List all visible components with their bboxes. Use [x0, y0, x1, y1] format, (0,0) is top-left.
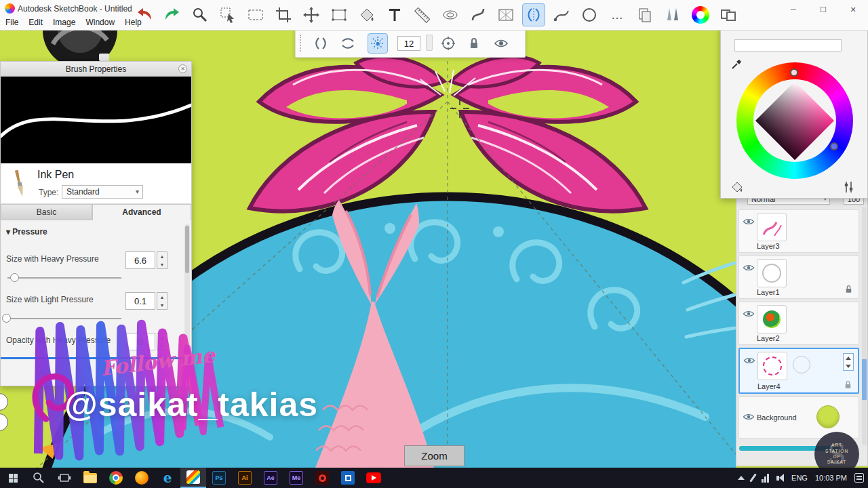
layer-row-layer2[interactable]: Layer2: [738, 302, 859, 345]
rotation-dial-icon[interactable]: [438, 33, 458, 54]
ellipse-guide-icon[interactable]: [439, 3, 462, 26]
menu-file[interactable]: File: [5, 18, 18, 27]
workspace-toggle-icon[interactable]: [717, 3, 740, 26]
fill-bucket-icon[interactable]: [355, 3, 378, 26]
menu-window[interactable]: Window: [85, 18, 115, 27]
chrome-icon[interactable]: [103, 468, 129, 488]
french-curve-icon[interactable]: [467, 3, 490, 26]
after-effects-icon[interactable]: Ae: [258, 468, 283, 488]
size-heavy-stepper[interactable]: ▲▼: [157, 251, 167, 269]
layer-lock-icon[interactable]: [844, 380, 852, 390]
tab-advanced[interactable]: Advanced: [92, 204, 191, 220]
eye-icon[interactable]: [743, 217, 755, 226]
background-color-swatch[interactable]: [816, 405, 840, 428]
brush-type-dropdown[interactable]: Standard ▾: [62, 185, 143, 199]
lock-icon[interactable]: [464, 33, 484, 54]
media-encoder-icon[interactable]: Me: [283, 468, 309, 488]
size-heavy-slider-knob[interactable]: [10, 273, 19, 282]
color-wheel[interactable]: [736, 62, 853, 179]
layer-reorder-handle[interactable]: [843, 353, 854, 371]
tray-pen-icon[interactable]: [749, 473, 756, 482]
copy-paste-icon[interactable]: [633, 3, 656, 26]
zoom-tool-icon[interactable]: [189, 3, 212, 26]
illustrator-icon[interactable]: Ai: [232, 468, 258, 488]
close-icon[interactable]: ✕: [178, 64, 187, 73]
layer-row-layer3[interactable]: Layer3: [738, 209, 859, 253]
tray-network-icon[interactable]: [762, 474, 769, 483]
select-tool-icon[interactable]: [216, 3, 239, 26]
zoom-button[interactable]: Zoom: [404, 445, 465, 466]
layer-row-layer4-selected[interactable]: Layer4: [738, 348, 859, 394]
color-hex-input[interactable]: [734, 39, 842, 52]
eye-icon[interactable]: [743, 309, 755, 319]
size-heavy-slider[interactable]: [7, 277, 121, 279]
paint-bucket-icon[interactable]: [730, 180, 744, 194]
minimize-button[interactable]: ─: [778, 0, 808, 19]
clock[interactable]: 10:03 PM: [815, 474, 847, 482]
transform-icon[interactable]: [300, 3, 323, 26]
marquee-select-icon[interactable]: [244, 3, 267, 26]
edge-icon[interactable]: e: [155, 468, 180, 488]
menu-edit[interactable]: Edit: [28, 18, 43, 27]
visibility-eye-icon[interactable]: [491, 33, 511, 54]
acrobat-icon[interactable]: [309, 468, 335, 488]
symmetry-x-icon[interactable]: [311, 33, 331, 54]
ruler-icon[interactable]: [411, 3, 434, 26]
layers-scrollbar[interactable]: [862, 207, 867, 445]
eye-icon[interactable]: [743, 412, 755, 422]
eyedropper-icon[interactable]: [730, 58, 743, 70]
distort-icon[interactable]: [328, 3, 351, 26]
symmetry-y-icon[interactable]: [338, 33, 358, 54]
language-indicator[interactable]: ENG: [791, 474, 808, 482]
close-button[interactable]: ✕: [838, 0, 868, 19]
brush-type-label: Type:: [39, 188, 58, 197]
brush-stroke-preview: [1, 77, 191, 163]
layer-lock-icon[interactable]: [844, 284, 853, 294]
taskbar-search-icon[interactable]: [26, 468, 52, 488]
symmetry-tool-icon[interactable]: [522, 3, 545, 26]
redo-icon[interactable]: [161, 3, 184, 26]
file-explorer-icon[interactable]: [77, 468, 103, 488]
size-heavy-value[interactable]: 6.6: [125, 251, 155, 269]
brush-panel-header[interactable]: Brush Properties ✕: [1, 62, 191, 77]
more-tools-icon[interactable]: …: [606, 3, 629, 26]
notification-center-icon[interactable]: [854, 473, 864, 483]
toolbar-grip[interactable]: [300, 35, 304, 52]
blue-app-icon[interactable]: [335, 468, 361, 488]
undo-icon[interactable]: [133, 3, 156, 26]
windows-taskbar: e Ps Ai Ae Me ENG 10:03 PM: [0, 468, 868, 488]
circle-tool-icon[interactable]: [578, 3, 601, 26]
maximize-button[interactable]: ☐: [808, 0, 838, 19]
title-bar: Autodesk SketchBook - Untitled File Edit…: [0, 0, 868, 30]
task-view-icon[interactable]: [52, 468, 77, 488]
sketchbook-taskbar-icon[interactable]: [180, 468, 206, 488]
brush-icon: [9, 169, 29, 199]
tab-basic[interactable]: Basic: [1, 204, 92, 220]
brush-library-icon[interactable]: [661, 3, 684, 26]
color-sliders-icon[interactable]: [842, 180, 855, 194]
hue-marker[interactable]: [790, 68, 798, 77]
firefox-icon[interactable]: [129, 468, 155, 488]
layer-row-layer1[interactable]: Layer1: [738, 256, 859, 299]
menu-image[interactable]: Image: [53, 18, 75, 27]
tray-volume-icon[interactable]: [776, 474, 784, 482]
photoshop-icon[interactable]: Ps: [206, 468, 232, 488]
start-button[interactable]: [0, 468, 26, 488]
stroke-style-icon[interactable]: [550, 3, 573, 26]
crop-icon[interactable]: [272, 3, 295, 26]
hue-marker-secondary[interactable]: [830, 142, 838, 150]
youtube-icon[interactable]: [361, 468, 387, 488]
eye-icon[interactable]: [743, 356, 755, 365]
perspective-icon[interactable]: [494, 3, 517, 26]
tray-chevron-up-icon[interactable]: [738, 476, 745, 480]
symmetry-sector-count[interactable]: 12: [397, 36, 420, 51]
color-wheel-icon[interactable]: [689, 3, 712, 26]
radial-symmetry-icon[interactable]: [368, 33, 388, 54]
pressure-section-header[interactable]: ▾ Pressure: [6, 227, 47, 237]
eye-icon[interactable]: [743, 263, 755, 272]
brush-info-section: Ink Pen Type: Standard ▾: [1, 163, 191, 204]
size-light-slider-knob[interactable]: [2, 314, 11, 323]
brush-name: Ink Pen: [37, 169, 74, 181]
text-tool-icon[interactable]: [383, 3, 406, 26]
color-saturation-diamond[interactable]: [755, 81, 834, 160]
